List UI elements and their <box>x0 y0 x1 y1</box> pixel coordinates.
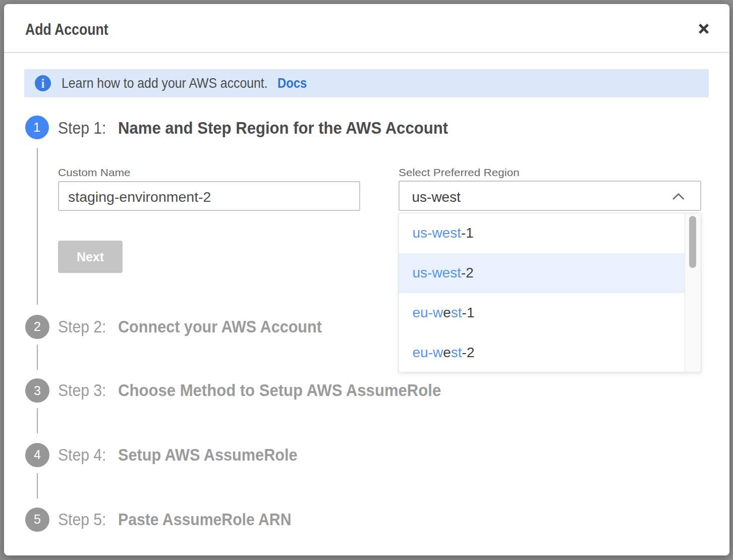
svg-text:i: i <box>41 77 45 90</box>
